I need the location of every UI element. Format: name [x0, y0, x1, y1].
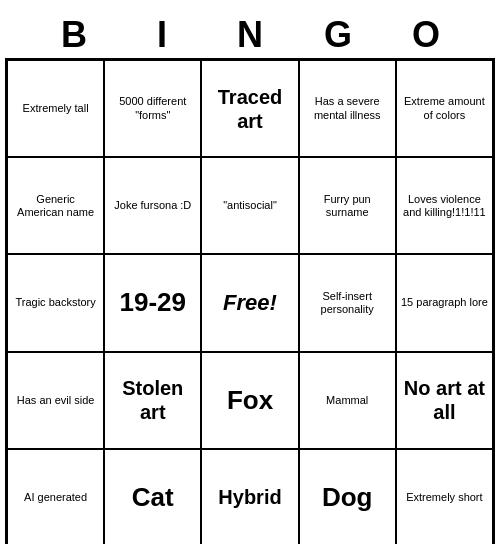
bingo-cell-r2-c0: Tragic backstory — [7, 254, 104, 351]
bingo-cell-r4-c0: AI generated — [7, 449, 104, 544]
bingo-letter: N — [206, 14, 294, 56]
letter-row: BINGO — [5, 8, 495, 58]
bingo-cell-r3-c2: Fox — [201, 352, 298, 449]
bingo-header — [0, 0, 500, 8]
bingo-cell-r1-c3: Furry pun surname — [299, 157, 396, 254]
bingo-cell-r1-c1: Joke fursona :D — [104, 157, 201, 254]
bingo-cell-r3-c1: Stolen art — [104, 352, 201, 449]
bingo-cell-r2-c4: 15 paragraph lore — [396, 254, 493, 351]
bingo-cell-r2-c3: Self-insert personality — [299, 254, 396, 351]
bingo-cell-r4-c4: Extremely short — [396, 449, 493, 544]
bingo-cell-r0-c2: Traced art — [201, 60, 298, 157]
bingo-cell-r1-c0: Generic American name — [7, 157, 104, 254]
bingo-container: BINGO Extremely tall5000 different "form… — [5, 8, 495, 544]
bingo-cell-r2-c1: 19-29 — [104, 254, 201, 351]
bingo-letter: B — [30, 14, 118, 56]
bingo-grid: Extremely tall5000 different "forms"Trac… — [5, 58, 495, 544]
bingo-letter: O — [382, 14, 470, 56]
bingo-cell-r0-c3: Has a severe mental illness — [299, 60, 396, 157]
bingo-cell-r2-c2: Free! — [201, 254, 298, 351]
bingo-cell-r4-c1: Cat — [104, 449, 201, 544]
bingo-cell-r3-c3: Mammal — [299, 352, 396, 449]
bingo-letter: I — [118, 14, 206, 56]
bingo-cell-r0-c1: 5000 different "forms" — [104, 60, 201, 157]
bingo-cell-r1-c2: "antisocial" — [201, 157, 298, 254]
bingo-cell-r4-c2: Hybrid — [201, 449, 298, 544]
bingo-letter: G — [294, 14, 382, 56]
bingo-cell-r3-c4: No art at all — [396, 352, 493, 449]
bingo-cell-r3-c0: Has an evil side — [7, 352, 104, 449]
bingo-cell-r0-c0: Extremely tall — [7, 60, 104, 157]
bingo-cell-r1-c4: Loves violence and killing!1!1!11 — [396, 157, 493, 254]
bingo-cell-r0-c4: Extreme amount of colors — [396, 60, 493, 157]
bingo-cell-r4-c3: Dog — [299, 449, 396, 544]
